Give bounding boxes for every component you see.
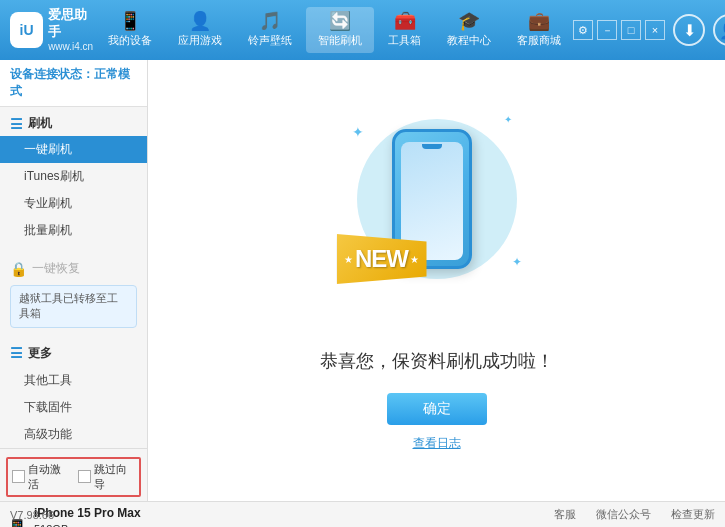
sparkle-1: ✦ — [352, 124, 364, 140]
ringtone-icon: 🎵 — [259, 12, 281, 30]
auto-activate-checkbox[interactable]: 自动激活 — [12, 462, 70, 492]
user-btn[interactable]: 👤 — [713, 14, 725, 46]
logo-text: 爱思助手 www.i4.cn — [48, 7, 96, 54]
apps-icon: 👤 — [189, 12, 211, 30]
sidebar-item-one-key-flash[interactable]: 一键刷机 — [0, 136, 147, 163]
flash-section-header: ☰ 刷机 — [0, 111, 147, 136]
sidebar-item-advanced[interactable]: 高级功能 — [0, 421, 147, 448]
sparkle-2: ✦ — [504, 114, 512, 125]
guide-import-checkbox[interactable]: 跳过向导 — [78, 462, 136, 492]
one-key-restore-header: 🔒 一键恢复 — [0, 256, 147, 281]
flash-icon: 🔄 — [329, 12, 351, 30]
nav-item-apps-games[interactable]: 👤 应用游戏 — [166, 7, 234, 53]
main-content: ✦ ✦ ✦ ★ NEW ★ 恭喜您，保资料刷机成功啦！ 确定 查看日志 — [148, 60, 725, 501]
status-bar: 设备连接状态：正常模式 — [0, 60, 147, 107]
flash-section: ☰ 刷机 一键刷机 iTunes刷机 专业刷机 批量刷机 — [0, 107, 147, 248]
sidebar-item-batch-flash[interactable]: 批量刷机 — [0, 217, 147, 244]
tutorial-icon: 🎓 — [458, 12, 480, 30]
phone-illustration: ✦ ✦ ✦ ★ NEW ★ — [337, 109, 537, 329]
sidebar: 设备连接状态：正常模式 ☰ 刷机 一键刷机 iTunes刷机 专业刷机 批量刷机… — [0, 60, 148, 501]
nav-item-ringtones[interactable]: 🎵 铃声壁纸 — [236, 7, 304, 53]
guide-import-check[interactable] — [78, 470, 91, 483]
auto-options-row: 自动激活 跳过向导 — [6, 457, 141, 497]
phone-notch — [422, 144, 442, 149]
body-wrap: 设备连接状态：正常模式 ☰ 刷机 一键刷机 iTunes刷机 专业刷机 批量刷机… — [0, 60, 725, 501]
minimize-btn[interactable]: － — [597, 20, 617, 40]
settings-icon[interactable]: ⚙ — [573, 20, 593, 40]
service-icon: 💼 — [528, 12, 550, 30]
sidebar-warning: 越狱工具已转移至工具箱 — [10, 285, 137, 328]
nav-item-service[interactable]: 💼 客服商城 — [505, 7, 573, 53]
nav-bar: 📱 我的设备 👤 应用游戏 🎵 铃声壁纸 🔄 智能刷机 🧰 工具箱 🎓 教程中心… — [96, 7, 573, 53]
toolbox-icon: 🧰 — [394, 12, 416, 30]
confirm-button[interactable]: 确定 — [387, 393, 487, 425]
footer-wechat[interactable]: 微信公众号 — [596, 507, 651, 522]
footer-customer-service[interactable]: 客服 — [554, 507, 576, 522]
logo-area: iU 爱思助手 www.i4.cn — [10, 7, 96, 54]
new-star-left: ★ — [344, 254, 353, 265]
sidebar-item-other-tools[interactable]: 其他工具 — [0, 367, 147, 394]
nav-item-toolbox[interactable]: 🧰 工具箱 — [376, 7, 433, 53]
logo-icon: iU — [10, 12, 43, 48]
sparkle-3: ✦ — [512, 255, 522, 269]
more-section-header: ☰ 更多 — [0, 340, 147, 367]
flash-section-icon: ☰ — [10, 116, 23, 132]
sidebar-item-pro-flash[interactable]: 专业刷机 — [0, 190, 147, 217]
auto-activate-check[interactable] — [12, 470, 25, 483]
nav-item-smart-flash[interactable]: 🔄 智能刷机 — [306, 7, 374, 53]
sidebar-item-download-firmware[interactable]: 下载固件 — [0, 394, 147, 421]
new-badge: ★ NEW ★ — [337, 234, 427, 284]
success-text: 恭喜您，保资料刷机成功啦！ — [320, 349, 554, 373]
close-btn[interactable]: × — [645, 20, 665, 40]
log-link[interactable]: 查看日志 — [413, 435, 461, 452]
window-controls: ⚙ － □ × — [573, 20, 665, 40]
phone-icon: 📱 — [119, 12, 141, 30]
lock-icon: 🔒 — [10, 261, 27, 277]
maximize-btn[interactable]: □ — [621, 20, 641, 40]
version-label: V7.98.66 — [10, 509, 54, 521]
more-icon: ☰ — [10, 345, 23, 361]
nav-item-tutorial[interactable]: 🎓 教程中心 — [435, 7, 503, 53]
sidebar-item-itunes-flash[interactable]: iTunes刷机 — [0, 163, 147, 190]
nav-item-my-device[interactable]: 📱 我的设备 — [96, 7, 164, 53]
new-star-right: ★ — [410, 254, 419, 265]
footer-check-update[interactable]: 检查更新 — [671, 507, 715, 522]
download-btn[interactable]: ⬇ — [673, 14, 705, 46]
header: iU 爱思助手 www.i4.cn 📱 我的设备 👤 应用游戏 🎵 铃声壁纸 🔄… — [0, 0, 725, 60]
header-right: ⚙ － □ × ⬇ 👤 — [573, 14, 725, 46]
